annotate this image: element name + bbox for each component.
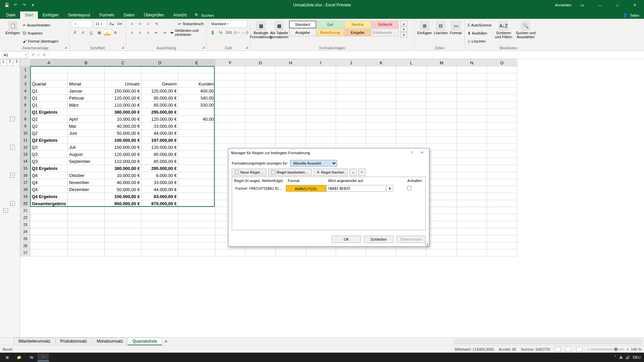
cell[interactable]: Q4 [31, 186, 68, 193]
cell[interactable] [396, 249, 426, 256]
cell[interactable] [245, 66, 275, 73]
font-color-button[interactable]: A [112, 29, 119, 36]
cell[interactable] [487, 193, 517, 200]
cell[interactable] [396, 95, 426, 102]
indent-increase-icon[interactable]: ⇥ [161, 29, 168, 36]
cell[interactable] [487, 228, 517, 235]
cell[interactable] [67, 137, 104, 144]
column-header[interactable]: M [426, 59, 457, 66]
undo-icon[interactable]: ↶ [13, 2, 18, 8]
cell[interactable] [487, 66, 517, 73]
outline-level-1[interactable]: 1 [0, 59, 6, 66]
tab-layout[interactable]: Seitenlayout [63, 11, 95, 19]
cell[interactable] [457, 130, 487, 137]
cell[interactable] [336, 249, 366, 256]
cell[interactable]: 120.000,00 € [141, 116, 178, 123]
cell[interactable] [396, 130, 426, 137]
new-rule-button[interactable]: Neue Regel… [232, 169, 266, 176]
cell[interactable] [178, 137, 215, 144]
row-header[interactable]: 21 [20, 207, 31, 214]
fill-button[interactable]: ⬇Ausfüllen [468, 29, 491, 37]
cell[interactable] [426, 80, 457, 87]
row-header[interactable]: 20 [20, 200, 31, 207]
cancel-formula-icon[interactable]: ✕ [32, 53, 35, 57]
cell[interactable]: Q3 Ergebnis [31, 165, 68, 172]
column-header[interactable]: A [31, 59, 68, 66]
dialog-launcher-icon[interactable]: ◢ [202, 46, 204, 49]
tab-data[interactable]: Daten [119, 11, 139, 19]
cell[interactable]: 44.000,00 € [141, 186, 178, 193]
cell[interactable] [275, 116, 306, 123]
autosum-button[interactable]: ΣAutoSumme [468, 21, 491, 29]
cell[interactable]: Dezember [67, 186, 104, 193]
cell[interactable] [366, 116, 396, 123]
cell[interactable] [141, 221, 178, 228]
name-box[interactable]: A1▾ [2, 52, 28, 58]
cell[interactable] [487, 137, 517, 144]
find-select-button[interactable]: 🔍Suchen und Auswählen [516, 20, 536, 39]
cell[interactable] [426, 95, 457, 102]
cell[interactable] [67, 193, 104, 200]
cell[interactable] [178, 186, 215, 193]
tab-review[interactable]: Überprüfen [139, 11, 169, 19]
cell[interactable]: Januar [67, 87, 104, 95]
cell[interactable] [104, 66, 141, 73]
fx-icon[interactable]: fx [43, 53, 46, 57]
cell[interactable] [366, 130, 396, 137]
cell[interactable] [487, 165, 517, 172]
ribbon-options-icon[interactable]: ▭ [576, 0, 589, 10]
insert-cells-button[interactable]: ⊞Einfügen [417, 20, 432, 35]
cell[interactable] [457, 66, 487, 73]
cell[interactable]: 120.000,00 € [141, 87, 178, 95]
row-header[interactable]: 7 [20, 109, 31, 116]
tab-view[interactable]: Ansicht [169, 11, 191, 19]
cell[interactable] [141, 214, 178, 221]
cell[interactable]: 340,00 [178, 95, 215, 102]
cell[interactable] [178, 235, 215, 242]
cell[interactable] [487, 151, 517, 158]
cell[interactable] [178, 214, 215, 221]
cell[interactable] [457, 235, 487, 242]
cell[interactable] [275, 109, 306, 116]
tab-formulas[interactable]: Formeln [95, 11, 119, 19]
cell[interactable] [245, 80, 275, 87]
cell[interactable]: 90.000,00 € [141, 151, 178, 158]
row-header[interactable]: 15 [20, 165, 31, 172]
share-button[interactable]: 👤Teilen [618, 12, 644, 19]
cell[interactable] [67, 66, 104, 73]
cell[interactable] [275, 137, 306, 144]
qat-more-icon[interactable]: ▾ [30, 2, 36, 8]
cell[interactable] [178, 123, 215, 130]
outline-collapse-button[interactable]: − [10, 145, 15, 149]
cell[interactable] [178, 228, 215, 235]
cell[interactable]: Q1 [31, 102, 68, 109]
cell[interactable] [306, 80, 336, 87]
sort-filter-button[interactable]: A↓ZSortieren und Filtern [493, 20, 514, 39]
cell[interactable]: 120.000,00 € [104, 95, 141, 102]
row-header[interactable]: 24 [20, 228, 31, 235]
cell[interactable] [245, 95, 275, 102]
cell[interactable] [457, 102, 487, 109]
column-header[interactable]: N [457, 59, 487, 66]
stop-if-true-checkbox[interactable] [407, 186, 412, 190]
cell[interactable] [178, 130, 215, 137]
cell[interactable]: August [67, 151, 104, 158]
outline-level-2[interactable]: 2 [7, 59, 13, 66]
cell[interactable] [366, 87, 396, 95]
cell[interactable]: 50.000,00 € [104, 186, 141, 193]
cell[interactable]: Umsatz [104, 80, 141, 87]
cell[interactable]: 380.000,00 € [104, 109, 141, 116]
cell[interactable] [31, 228, 68, 235]
cell[interactable]: 120.000,00 € [141, 144, 178, 151]
cell-style-bad[interactable]: Schlecht [372, 21, 398, 28]
cell[interactable]: Februar [67, 95, 104, 102]
number-format-combo[interactable]: Standard▾ [209, 20, 247, 27]
cell[interactable] [426, 249, 457, 256]
cell[interactable]: 110.000,00 € [104, 102, 141, 109]
cell[interactable] [245, 109, 275, 116]
cell[interactable] [275, 87, 306, 95]
cell[interactable] [487, 87, 517, 95]
cell[interactable] [275, 130, 306, 137]
maximize-icon[interactable]: □ [610, 0, 624, 10]
column-header[interactable]: K [366, 59, 396, 66]
